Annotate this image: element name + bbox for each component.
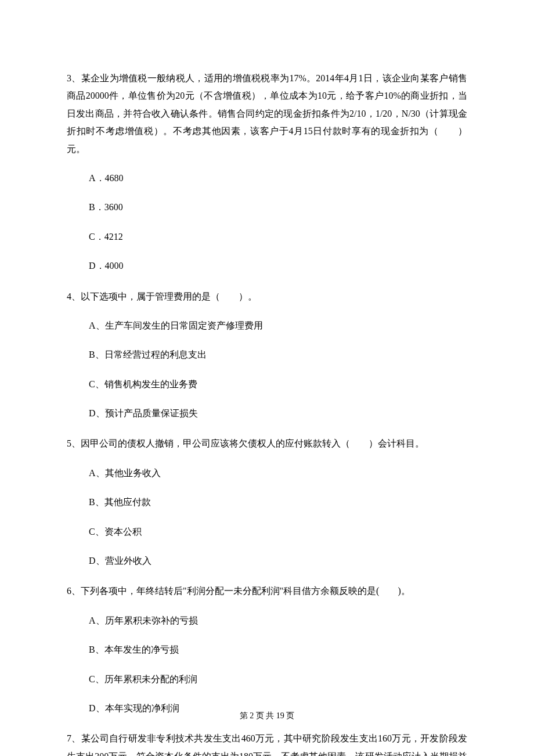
question-3-text: 3、某企业为增值税一般纳税人，适用的增值税税率为17%。2014年4月1日，该企… xyxy=(67,70,467,158)
question-3: 3、某企业为增值税一般纳税人，适用的增值税税率为17%。2014年4月1日，该企… xyxy=(67,70,467,275)
question-3-body: 某企业为增值税一般纳税人，适用的增值税税率为17%。2014年4月1日，该企业向… xyxy=(67,73,467,154)
question-6-option-b: B、本年发生的净亏损 xyxy=(67,641,467,658)
question-6-number: 6、 xyxy=(67,586,81,596)
question-6: 6、下列各项中，年终结转后"利润分配一未分配利润"科目借方余额反映的是( )。 … xyxy=(67,582,467,717)
question-6-option-c: C、历年累积未分配的利润 xyxy=(67,671,467,688)
question-5-option-b: B、其他应付款 xyxy=(67,494,467,511)
page-footer: 第 2 页 共 19 页 xyxy=(0,708,534,724)
question-4-option-d: D、预计产品质量保证损失 xyxy=(67,405,467,422)
question-7-body: 某公司自行研发非专利技术共发生支出460万元，其中研究阶段发生支出160万元，开… xyxy=(67,733,467,756)
question-3-option-c: C．4212 xyxy=(67,228,467,246)
question-5-option-d: D、营业外收入 xyxy=(67,552,467,570)
question-5-text: 5、因甲公司的债权人撤销，甲公司应该将欠债权人的应付账款转入（ ）会计科目。 xyxy=(67,435,467,452)
question-6-option-a: A、历年累积未弥补的亏损 xyxy=(67,612,467,629)
question-3-option-b: B．3600 xyxy=(67,199,467,216)
question-3-number: 3、 xyxy=(67,73,81,83)
question-5-option-a: A、其他业务收入 xyxy=(67,465,467,482)
question-3-option-a: A．4680 xyxy=(67,170,467,187)
question-4-option-b: B、日常经营过程的利息支出 xyxy=(67,346,467,363)
question-4: 4、以下选项中，属于管理费用的是（ ）。 A、生产车间发生的日常固定资产修理费用… xyxy=(67,288,467,423)
question-5-number: 5、 xyxy=(67,438,81,448)
question-6-text: 6、下列各项中，年终结转后"利润分配一未分配利润"科目借方余额反映的是( )。 xyxy=(67,582,467,600)
question-7: 7、某公司自行研发非专利技术共发生支出460万元，其中研究阶段发生支出160万元… xyxy=(67,730,467,756)
question-5: 5、因甲公司的债权人撤销，甲公司应该将欠债权人的应付账款转入（ ）会计科目。 A… xyxy=(67,435,467,570)
question-4-body: 以下选项中，属于管理费用的是（ ）。 xyxy=(81,291,257,301)
question-5-option-c: C、资本公积 xyxy=(67,523,467,541)
question-5-body: 因甲公司的债权人撤销，甲公司应该将欠债权人的应付账款转入（ ）会计科目。 xyxy=(81,438,424,448)
question-7-number: 7、 xyxy=(67,733,81,743)
question-4-option-c: C、销售机构发生的业务费 xyxy=(67,376,467,393)
question-3-option-d: D．4000 xyxy=(67,257,467,275)
question-6-body: 下列各项中，年终结转后"利润分配一未分配利润"科目借方余额反映的是( )。 xyxy=(81,586,410,596)
question-7-text: 7、某公司自行研发非专利技术共发生支出460万元，其中研究阶段发生支出160万元… xyxy=(67,730,467,756)
question-4-number: 4、 xyxy=(67,291,81,301)
question-4-text: 4、以下选项中，属于管理费用的是（ ）。 xyxy=(67,288,467,305)
question-4-option-a: A、生产车间发生的日常固定资产修理费用 xyxy=(67,317,467,334)
